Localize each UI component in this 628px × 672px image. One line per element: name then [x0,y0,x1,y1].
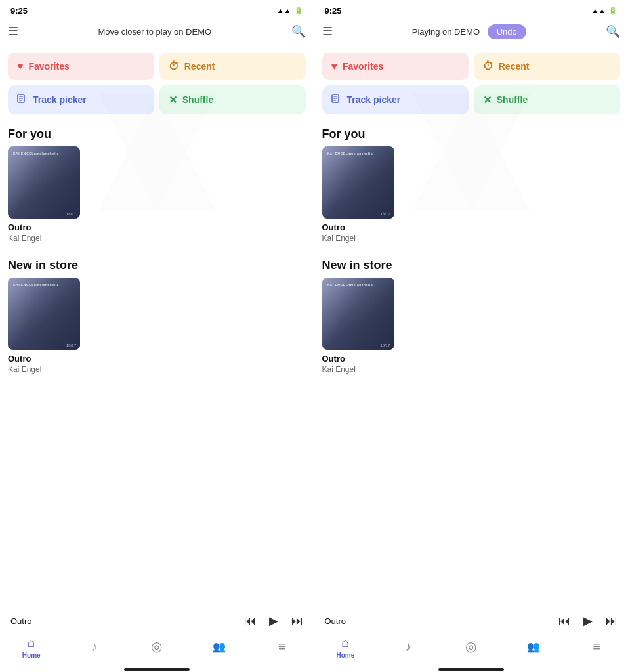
right-recent-label: Recent [499,61,530,72]
left-shuffle-button[interactable]: ✕ Shuffle [159,85,306,114]
right-search-icon[interactable]: 🔍 [606,24,620,39]
left-for-you-track-0: Outro [8,222,31,232]
left-new-album-0[interactable]: 18/17 Outro Kai Engel [8,278,80,374]
right-status-bar: 9:25 ▲▲ 🔋 [314,0,629,18]
left-for-you-title: For you [0,119,314,146]
left-next-button[interactable]: ⏭ [291,614,303,628]
left-play-button[interactable]: ▶ [269,614,278,628]
right-prev-button[interactable]: ⏮ [558,614,570,628]
right-track-picker-icon [331,93,342,106]
left-nav-group[interactable]: 👥 [203,640,236,654]
left-for-you-time-0: 18/17 [66,212,76,216]
right-new-art-0: 18/17 [322,278,394,350]
left-disc-icon: ◎ [151,639,162,654]
right-player-controls: Outro ⏮ ▶ ⏭ [325,614,618,628]
left-recent-button[interactable]: ⏱ Recent [159,52,306,80]
left-group-icon: 👥 [213,640,226,653]
left-panel: 9:25 ▲▲ 🔋 ☰ Move closer to play on DEMO … [0,0,314,672]
right-shuffle-button[interactable]: ✕ Shuffle [474,85,620,114]
right-playing-text: Playing on DEMO [412,27,480,37]
left-status-bar: 9:25 ▲▲ 🔋 [0,0,314,18]
left-top-bar: ☰ Move closer to play on DEMO 🔍 [0,18,314,47]
left-nav-music[interactable]: ♪ [77,639,110,656]
left-nav-home[interactable]: ⌂ Home [15,635,48,659]
left-battery-icon: 🔋 [294,7,303,15]
right-track-picker-button[interactable]: Track picker [322,85,469,114]
left-nav-queue[interactable]: ≡ [266,639,299,656]
left-content: ♥ Favorites ⏱ Recent Track picker [0,47,314,608]
right-recent-button[interactable]: ⏱ Recent [474,52,620,80]
left-for-you-art-0: 18/17 [8,146,80,219]
right-bottom-nav: ⌂ Home ♪ ◎ 👥 ≡ [314,631,629,665]
right-shuffle-label: Shuffle [497,94,528,105]
right-menu-icon[interactable]: ☰ [322,24,333,39]
left-recent-icon: ⏱ [169,60,179,72]
right-for-you-album-0[interactable]: 18/17 Outro Kai Engel [322,146,394,243]
right-undo-button[interactable]: Undo [488,24,526,39]
right-nav-disc[interactable]: ◎ [455,639,488,656]
left-home-label: Home [22,652,41,659]
right-panel: 9:25 ▲▲ 🔋 ☰ Playing on DEMO Undo 🔍 ♥ Fav… [314,0,629,672]
right-next-button[interactable]: ⏭ [606,614,618,628]
right-nav-music[interactable]: ♪ [392,639,425,656]
left-nav-disc[interactable]: ◎ [140,639,173,656]
left-track-picker-button[interactable]: Track picker [8,85,154,114]
right-top-bar: ☰ Playing on DEMO Undo 🔍 [314,18,629,47]
left-shuffle-label: Shuffle [182,94,213,105]
left-new-art-0: 18/17 [8,278,80,350]
right-disc-icon: ◎ [465,639,476,654]
left-search-icon[interactable]: 🔍 [291,24,306,39]
right-nav-home[interactable]: ⌂ Home [329,635,362,659]
left-home-indicator [124,668,190,671]
left-recent-label: Recent [184,61,215,72]
left-player-track: Outro [10,616,244,626]
right-home-label: Home [336,652,354,659]
right-time: 9:25 [325,6,342,16]
left-prev-button[interactable]: ⏮ [244,614,256,628]
left-track-picker-label: Track picker [33,94,87,105]
right-for-you-row: 18/17 Outro Kai Engel [314,146,629,251]
left-new-time-0: 18/17 [66,343,76,347]
right-battery-icon: 🔋 [608,7,618,15]
left-for-you-row: 18/17 Outro Kai Engel [0,146,314,251]
left-shuffle-icon: ✕ [169,94,177,106]
right-new-album-0[interactable]: 18/17 Outro Kai Engel [322,278,394,374]
left-new-in-store-row: 18/17 Outro Kai Engel [0,278,314,382]
left-favorites-label: Favorites [29,61,70,72]
left-favorites-icon: ♥ [17,60,24,72]
right-for-you-art-0: 18/17 [322,146,394,219]
left-for-you-artist-0: Kai Engel [8,234,41,243]
right-for-you-time-0: 18/17 [380,212,390,216]
right-status-icons: ▲▲ 🔋 [591,7,618,15]
right-new-time-0: 18/17 [380,343,390,347]
right-player-buttons: ⏮ ▶ ⏭ [558,614,618,628]
right-favorites-button[interactable]: ♥ Favorites [322,52,469,80]
right-new-in-store-title: New in store [314,251,629,278]
left-bottom-nav: ⌂ Home ♪ ◎ 👥 ≡ [0,631,314,665]
left-signal-icon: ▲▲ [277,7,291,14]
right-for-you-artist-0: Kai Engel [322,234,356,243]
right-new-artist-0: Kai Engel [322,365,356,374]
left-for-you-album-0[interactable]: 18/17 Outro Kai Engel [8,146,80,243]
left-track-picker-icon [17,93,28,106]
left-music-icon: ♪ [91,639,97,654]
right-home-indicator [438,668,504,671]
left-queue-icon: ≡ [278,639,286,654]
left-favorites-button[interactable]: ♥ Favorites [8,52,154,80]
right-new-track-0: Outro [322,354,345,364]
right-new-in-store-row: 18/17 Outro Kai Engel [314,278,629,382]
left-menu-icon[interactable]: ☰ [8,24,18,39]
right-play-button[interactable]: ▶ [583,614,593,628]
right-nav-group[interactable]: 👥 [517,640,550,654]
right-home-icon: ⌂ [341,635,349,650]
right-favorites-label: Favorites [343,61,383,72]
left-header-message: Move closer to play on DEMO [18,27,291,37]
right-signal-icon: ▲▲ [591,7,606,14]
left-player-controls: Outro ⏮ ▶ ⏭ [10,614,303,628]
left-new-in-store-title: New in store [0,251,314,278]
left-category-grid: ♥ Favorites ⏱ Recent Track picker [0,47,314,119]
right-nav-queue[interactable]: ≡ [580,639,613,656]
right-for-you-title: For you [314,119,629,146]
left-new-artist-0: Kai Engel [8,365,41,374]
left-status-icons: ▲▲ 🔋 [277,7,303,15]
